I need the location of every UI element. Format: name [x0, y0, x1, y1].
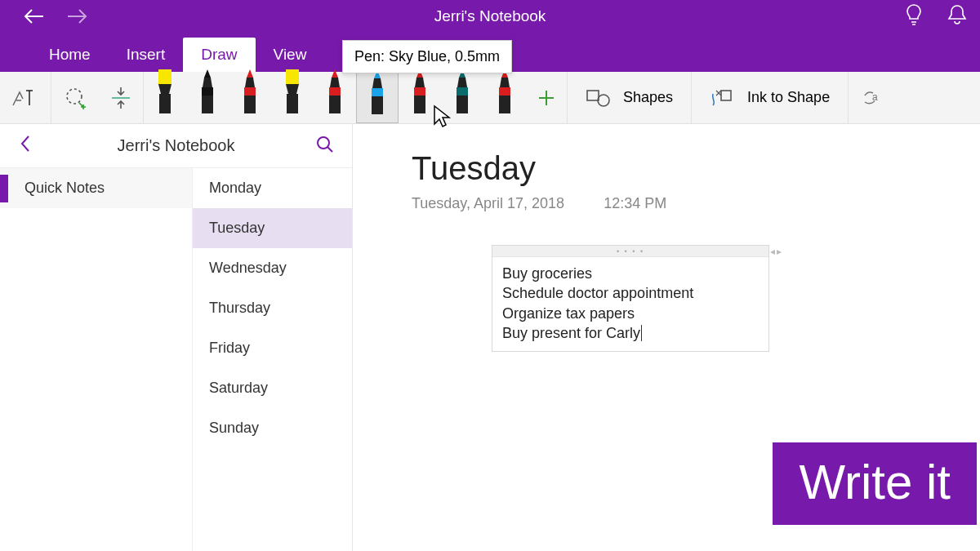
- tab-insert[interactable]: Insert: [109, 38, 184, 72]
- text-mode-button[interactable]: [0, 72, 51, 123]
- lasso-select-button[interactable]: [51, 72, 99, 123]
- ink-to-shape-button[interactable]: Ink to Shape: [692, 72, 848, 123]
- shapes-label: Shapes: [623, 89, 673, 106]
- pen-2[interactable]: [229, 72, 271, 123]
- pen-1[interactable]: [186, 72, 229, 123]
- notebook-title: Jerri's Notebook: [0, 7, 980, 25]
- pen-gallery: [144, 72, 568, 123]
- page-list: MondayTuesdayWednesdayThursdayFridaySatu…: [193, 168, 352, 551]
- resize-handle-icon[interactable]: ◂▸: [770, 246, 783, 257]
- svg-rect-22: [372, 96, 383, 114]
- svg-rect-7: [202, 96, 213, 113]
- svg-marker-5: [203, 78, 212, 87]
- pen-5[interactable]: [356, 72, 399, 123]
- svg-rect-37: [721, 91, 731, 100]
- page-item[interactable]: Sunday: [193, 408, 352, 448]
- note-line[interactable]: Organize tax papers: [502, 304, 759, 323]
- svg-rect-26: [414, 96, 425, 113]
- svg-marker-13: [286, 84, 299, 94]
- svg-marker-15: [332, 69, 338, 78]
- svg-rect-25: [414, 87, 425, 96]
- svg-point-0: [67, 89, 82, 104]
- note-line[interactable]: Buy present for Carly: [502, 323, 759, 343]
- mouse-cursor-icon: [433, 104, 452, 132]
- page-timestamp: Tuesday, April 17, 2018 12:34 PM: [412, 195, 980, 212]
- svg-rect-14: [287, 94, 298, 113]
- svg-marker-32: [500, 78, 510, 87]
- page-item[interactable]: Tuesday: [193, 208, 352, 248]
- app-header: Jerri's Notebook Home Insert Draw View P…: [0, 0, 980, 72]
- navigation-panel: Jerri's Notebook Quick Notes MondayTuesd…: [0, 124, 353, 551]
- insert-space-button[interactable]: [99, 72, 143, 123]
- svg-rect-1: [158, 69, 172, 84]
- svg-marker-2: [158, 84, 172, 94]
- svg-rect-3: [159, 94, 171, 113]
- nav-title: Jerri's Notebook: [39, 136, 313, 155]
- shapes-button[interactable]: Shapes: [568, 72, 691, 123]
- svg-marker-28: [457, 78, 467, 87]
- page-item[interactable]: Monday: [193, 168, 352, 208]
- note-line[interactable]: Schedule doctor appointment: [502, 283, 759, 303]
- container-drag-handle[interactable]: • • • •◂▸: [492, 246, 768, 257]
- svg-rect-34: [499, 96, 510, 113]
- note-body[interactable]: Buy groceriesSchedule doctor appointment…: [492, 257, 768, 351]
- tab-draw[interactable]: Draw: [183, 38, 255, 72]
- page-title[interactable]: Tuesday: [412, 150, 980, 187]
- page-item[interactable]: Friday: [193, 328, 352, 368]
- ink-replay-button[interactable]: a: [849, 72, 896, 123]
- svg-rect-29: [457, 87, 468, 96]
- page-item[interactable]: Thursday: [193, 288, 352, 328]
- page-item[interactable]: Saturday: [193, 368, 352, 408]
- svg-point-36: [598, 95, 609, 106]
- svg-marker-4: [204, 69, 211, 78]
- svg-point-39: [318, 137, 329, 149]
- svg-marker-16: [330, 78, 340, 87]
- svg-text:a: a: [872, 91, 878, 103]
- tab-view[interactable]: View: [256, 38, 325, 72]
- svg-rect-6: [202, 87, 213, 96]
- overlay-banner: Write it: [773, 442, 977, 525]
- forward-button[interactable]: [65, 5, 88, 28]
- draw-ribbon: Shapes Ink to Shape a: [0, 72, 980, 124]
- ink-to-shape-label: Ink to Shape: [747, 89, 830, 106]
- lightbulb-icon[interactable]: [905, 4, 923, 29]
- page-date: Tuesday, April 17, 2018: [412, 195, 564, 212]
- page-time: 12:34 PM: [604, 195, 666, 212]
- title-bar: Jerri's Notebook: [0, 0, 980, 33]
- page-item[interactable]: Wednesday: [193, 248, 352, 288]
- svg-marker-24: [415, 78, 425, 87]
- back-button[interactable]: [23, 5, 46, 28]
- svg-marker-9: [245, 78, 255, 87]
- nav-back-button[interactable]: [11, 131, 39, 161]
- svg-rect-21: [372, 88, 383, 96]
- search-button[interactable]: [313, 132, 337, 160]
- svg-marker-8: [247, 69, 253, 78]
- notifications-icon[interactable]: [947, 4, 967, 29]
- note-text-container[interactable]: • • • •◂▸ Buy groceriesSchedule doctor a…: [492, 245, 769, 352]
- section-item[interactable]: Quick Notes: [0, 168, 192, 208]
- add-pen-button[interactable]: [526, 72, 567, 123]
- pen-8[interactable]: [483, 72, 526, 123]
- svg-rect-18: [329, 96, 341, 113]
- note-line[interactable]: Buy groceries: [502, 264, 759, 283]
- section-color-indicator: [0, 175, 8, 202]
- pen-0[interactable]: [144, 72, 186, 123]
- pen-tooltip: Pen: Sky Blue, 0.5mm: [342, 40, 512, 73]
- svg-rect-30: [457, 96, 468, 113]
- tab-home[interactable]: Home: [31, 38, 109, 72]
- section-list: Quick Notes: [0, 168, 193, 551]
- svg-rect-33: [499, 87, 510, 96]
- svg-rect-17: [329, 87, 341, 96]
- svg-rect-35: [587, 91, 599, 100]
- pen-4[interactable]: [314, 72, 356, 123]
- svg-rect-11: [244, 96, 256, 113]
- svg-rect-12: [286, 69, 299, 84]
- svg-rect-10: [244, 87, 256, 96]
- svg-marker-20: [372, 78, 382, 88]
- pen-3[interactable]: [271, 72, 314, 123]
